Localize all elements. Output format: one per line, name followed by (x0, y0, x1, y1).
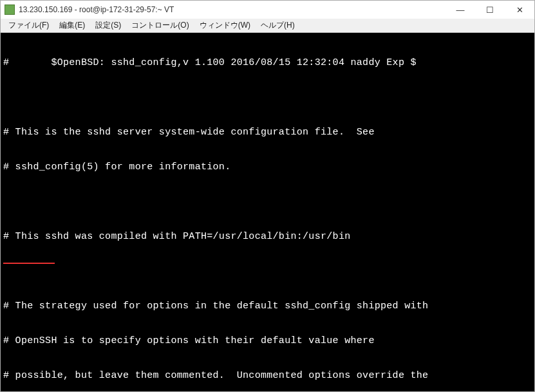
config-header: # $OpenBSD: sshd_config,v 1.100 2016/08/… (3, 57, 532, 69)
maximize-button[interactable]: ☐ (475, 1, 505, 19)
terminal-viewport[interactable]: # $OpenBSD: sshd_config,v 1.100 2016/08/… (1, 33, 534, 391)
menu-edit[interactable]: 編集(E) (54, 19, 90, 32)
window-controls: — ☐ ✕ (446, 1, 534, 19)
window-title: 13.230.150.169 - root@ip-172-31-29-57:~ … (19, 5, 174, 14)
config-comment: # possible, but leave them commented. Un… (3, 370, 532, 382)
minimize-button[interactable]: — (446, 1, 475, 19)
titlebar[interactable]: 13.230.150.169 - root@ip-172-31-29-57:~ … (1, 1, 534, 19)
config-comment: # This sshd was compiled with PATH=/usr/… (3, 231, 532, 243)
annotation-underline (3, 263, 55, 264)
blank-line (3, 92, 532, 104)
blank-line (3, 196, 532, 208)
config-comment: # This is the sshd server system-wide co… (3, 127, 532, 138)
app-icon (5, 5, 15, 15)
menu-control[interactable]: コントロール(O) (126, 19, 194, 32)
config-comment: # OpenSSH is to specify options with the… (3, 335, 532, 347)
menu-file[interactable]: ファイル(F) (3, 19, 54, 32)
menu-help[interactable]: ヘルプ(H) (256, 19, 300, 32)
blank-line (3, 266, 532, 277)
application-window: 13.230.150.169 - root@ip-172-31-29-57:~ … (0, 0, 535, 392)
config-comment: # The strategy used for options in the d… (3, 301, 532, 312)
menu-settings[interactable]: 設定(S) (90, 19, 126, 32)
menubar: ファイル(F) 編集(E) 設定(S) コントロール(O) ウィンドウ(W) ヘ… (1, 19, 534, 33)
config-comment: # sshd_config(5) for more information. (3, 162, 532, 173)
close-button[interactable]: ✕ (505, 1, 534, 19)
menu-window[interactable]: ウィンドウ(W) (194, 19, 256, 32)
